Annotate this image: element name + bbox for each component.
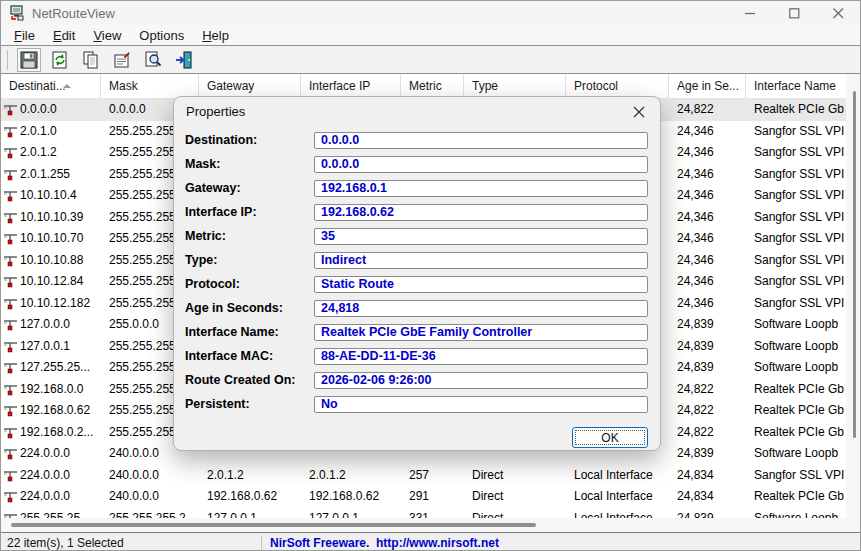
menu-item[interactable]: Edit (44, 28, 84, 43)
field-value[interactable]: Indirect (314, 252, 648, 269)
table-row[interactable]: 255.255.25... 255.255.255.2... 127.0.0.1… (1, 508, 846, 519)
menu-item[interactable]: File (5, 28, 44, 43)
cell-destination: 2.0.1.2 (1, 142, 101, 164)
properties-icon (113, 51, 131, 69)
exit-button[interactable] (172, 48, 196, 72)
maximize-button[interactable] (772, 1, 816, 25)
vertical-scrollbar[interactable] (846, 74, 861, 532)
cell-gateway: 127.0.0.1 (199, 508, 301, 519)
cell-type: Direct (464, 508, 566, 519)
field-value[interactable]: 2026-02-06 9:26:00 (314, 372, 648, 389)
cell-destination: 127.255.25... (1, 357, 101, 379)
cell-destination: 10.10.12.182 (1, 293, 101, 315)
column-header[interactable]: Interface Name (746, 74, 846, 98)
field-value[interactable]: 0.0.0.0 (314, 156, 648, 173)
horizontal-scrollbar-thumb[interactable] (11, 523, 536, 527)
column-header[interactable]: Type (464, 74, 566, 98)
cell-destination: 192.168.0.0 (1, 379, 101, 401)
cell-type: Direct (464, 465, 566, 487)
sort-ascending-icon (63, 84, 71, 88)
menu-item[interactable]: Help (193, 28, 238, 43)
refresh-button[interactable] (48, 48, 72, 72)
menu-item[interactable]: View (84, 28, 130, 43)
field-value[interactable]: 88-AE-DD-11-DE-36 (314, 348, 648, 365)
field-label: Age in Seconds: (185, 301, 314, 315)
column-header[interactable]: Protocol (566, 74, 669, 98)
minimize-button[interactable] (728, 1, 772, 25)
nirsoft-link[interactable]: NirSoft Freeware. http://www.nirsoft.net (266, 536, 499, 550)
save-icon (20, 51, 38, 69)
save-button[interactable] (17, 48, 41, 72)
copy-button[interactable] (79, 48, 103, 72)
vertical-scrollbar-thumb[interactable] (853, 91, 856, 438)
field-value[interactable]: Realtek PCIe GbE Family Controller (314, 324, 648, 341)
field-row: Age in Seconds: 24,818 (185, 296, 648, 320)
dialog-close-button[interactable] (631, 104, 647, 120)
field-label: Mask: (185, 157, 314, 171)
cell-interface-name: Realtek PCIe Gb (746, 99, 846, 121)
column-header[interactable]: Destinati... (1, 74, 101, 98)
cell-interface-name: Sangfor SSL VPI (746, 250, 846, 272)
cell-destination: 10.10.10.39 (1, 207, 101, 229)
field-value[interactable]: 192.168.0.1 (314, 180, 648, 197)
cell-interface-name: Sangfor SSL VPI (746, 185, 846, 207)
cell-interface-name: Software Loopb (746, 508, 846, 519)
cell-interface-name: Software Loopb (746, 314, 846, 336)
cell-age: 24,839 (669, 508, 746, 519)
field-value[interactable]: 35 (314, 228, 648, 245)
field-label: Type: (185, 253, 314, 267)
toolbar-gripper (7, 50, 8, 70)
field-label: Interface IP: (185, 205, 314, 219)
field-value[interactable]: Static Route (314, 276, 648, 293)
column-header[interactable]: Interface IP (301, 74, 401, 98)
ok-button[interactable]: OK (572, 427, 648, 448)
table-row[interactable]: 224.0.0.0 240.0.0.0 2.0.1.2 2.0.1.2 257 … (1, 465, 846, 487)
toolbar (1, 46, 860, 74)
cell-age: 24,839 (669, 357, 746, 379)
column-header[interactable]: Gateway (199, 74, 301, 98)
cell-mask: 240.0.0.0 (101, 486, 199, 508)
close-button[interactable] (816, 1, 860, 25)
close-icon (633, 106, 645, 118)
properties-dialog: Properties Destination: 0.0.0.0 Mask: 0.… (173, 96, 661, 451)
cell-gateway: 192.168.0.62 (199, 486, 301, 508)
menu-item[interactable]: Options (130, 28, 193, 43)
cell-destination: 224.0.0.0 (1, 465, 101, 487)
cell-age: 24,834 (669, 465, 746, 487)
cell-interface-name: Realtek PCIe Gb (746, 422, 846, 444)
cell-destination: 192.168.0.2... (1, 422, 101, 444)
cell-age: 24,822 (669, 400, 746, 422)
field-value[interactable]: 192.168.0.62 (314, 204, 648, 221)
table-row[interactable]: 224.0.0.0 240.0.0.0 192.168.0.62 192.168… (1, 486, 846, 508)
cell-protocol: Local Interface (566, 465, 669, 487)
horizontal-scrollbar[interactable] (1, 518, 846, 532)
cell-destination: 0.0.0.0 (1, 99, 101, 121)
copy-icon (82, 51, 100, 69)
cell-interface-name: Sangfor SSL VPI (746, 293, 846, 315)
field-label: Interface MAC: (185, 349, 314, 363)
item-count-text: 22 item(s), 1 Selected (1, 536, 257, 550)
field-label: Metric: (185, 229, 314, 243)
column-header[interactable]: Age in Se... (669, 74, 746, 98)
cell-age: 24,346 (669, 142, 746, 164)
properties-button[interactable] (110, 48, 134, 72)
cell-age: 24,346 (669, 250, 746, 272)
field-value[interactable]: No (314, 396, 648, 413)
cell-interface-name: Sangfor SSL VPI (746, 228, 846, 250)
cell-age: 24,346 (669, 164, 746, 186)
field-value[interactable]: 0.0.0.0 (314, 132, 648, 149)
column-header[interactable]: Mask (101, 74, 199, 98)
field-row: Mask: 0.0.0.0 (185, 152, 648, 176)
field-row: Type: Indirect (185, 248, 648, 272)
cell-age: 24,346 (669, 185, 746, 207)
title-bar: NetRouteView (1, 1, 860, 25)
field-value[interactable]: 24,818 (314, 300, 648, 317)
refresh-icon (51, 51, 69, 69)
cell-age: 24,839 (669, 443, 746, 465)
field-label: Route Created On: (185, 373, 314, 387)
cell-interface-ip: 127.0.0.1 (301, 508, 401, 519)
field-row: Gateway: 192.168.0.1 (185, 176, 648, 200)
field-label: Gateway: (185, 181, 314, 195)
column-header[interactable]: Metric (401, 74, 464, 98)
find-button[interactable] (141, 48, 165, 72)
